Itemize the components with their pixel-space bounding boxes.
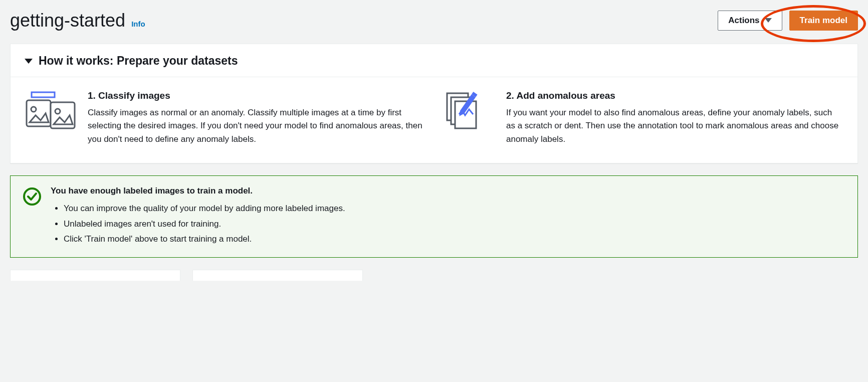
alert-item: Click 'Train model' above to start train… xyxy=(64,232,345,247)
classify-images-icon xyxy=(26,90,76,146)
success-check-icon xyxy=(23,187,42,208)
step-classify-content: 1. Classify images Classify images as no… xyxy=(88,90,424,146)
tab-stub-row xyxy=(10,270,858,281)
step-classify-title: 1. Classify images xyxy=(88,90,424,101)
step-classify-desc: Classify images as normal or an anomaly.… xyxy=(88,106,424,146)
annotate-icon xyxy=(444,90,494,146)
alert-item: Unlabeled images aren't used for trainin… xyxy=(64,217,345,232)
success-alert: You have enough labeled images to train … xyxy=(10,175,858,258)
tab-stub[interactable] xyxy=(10,270,180,281)
step-annotate-content: 2. Add anomalous areas If you want your … xyxy=(506,90,842,146)
how-it-works-header[interactable]: How it works: Prepare your datasets xyxy=(11,44,857,77)
tab-stub[interactable] xyxy=(192,270,363,281)
step-classify: 1. Classify images Classify images as no… xyxy=(26,90,424,146)
collapse-triangle-icon xyxy=(25,59,33,64)
title-block: getting-started Info xyxy=(10,10,145,31)
how-it-works-panel: How it works: Prepare your datasets xyxy=(10,44,858,163)
caret-down-icon xyxy=(765,18,772,23)
step-annotate: 2. Add anomalous areas If you want your … xyxy=(444,90,842,146)
how-it-works-title: How it works: Prepare your datasets xyxy=(39,54,238,68)
step-annotate-desc: If you want your model to also find anom… xyxy=(506,106,842,146)
alert-title: You have enough labeled images to train … xyxy=(51,186,345,196)
alert-item: You can improve the quality of your mode… xyxy=(64,201,345,217)
header-actions: Actions Train model xyxy=(718,11,858,31)
step-annotate-title: 2. Add anomalous areas xyxy=(506,90,842,101)
alert-list: You can improve the quality of your mode… xyxy=(51,201,345,247)
page-title: getting-started xyxy=(10,10,125,31)
info-link[interactable]: Info xyxy=(131,20,145,28)
page-header: getting-started Info Actions Train model xyxy=(10,10,858,31)
svg-rect-0 xyxy=(32,92,55,97)
actions-button-label: Actions xyxy=(728,16,759,26)
train-model-button-label: Train model xyxy=(800,16,847,26)
actions-button[interactable]: Actions xyxy=(718,11,782,31)
train-model-button[interactable]: Train model xyxy=(789,11,858,31)
how-it-works-body: 1. Classify images Classify images as no… xyxy=(11,77,857,163)
svg-point-11 xyxy=(24,188,40,205)
alert-body: You have enough labeled images to train … xyxy=(51,186,345,247)
